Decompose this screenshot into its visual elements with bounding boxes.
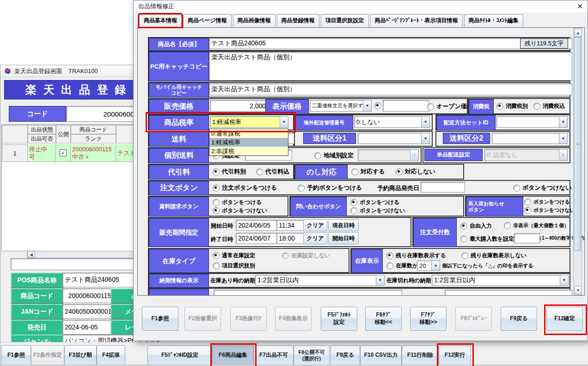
close-icon[interactable]: ✕ [577, 2, 583, 11]
dlg-f1-refer[interactable]: F1参照 [142, 307, 178, 331]
fkey-f4-extend[interactable]: F4拡張 [97, 345, 125, 366]
tab-register-info[interactable]: 商品登録情報 [277, 14, 319, 27]
ship-div2-select[interactable]: ▼ [492, 133, 568, 144]
inquiry-on-radio[interactable] [350, 199, 357, 206]
cell-code-rank[interactable]: 200006000115 中古＋ [71, 144, 116, 162]
dialog-titlebar[interactable]: 出品情報修正 ✕ [134, 0, 588, 12]
hide-stock-radio[interactable] [461, 252, 468, 259]
dlg-f6-tab-prev[interactable]: F6ﾀﾌﾞ 移動<< [365, 307, 402, 331]
fkey-f12-execute[interactable]: F12実行 [439, 345, 471, 366]
noshi-yes-radio[interactable] [351, 168, 358, 175]
current-datetime-button[interactable]: 現在日時 [328, 219, 359, 231]
by-option-radio[interactable] [213, 262, 220, 269]
tax-rate-select[interactable]: 1:軽減税率 ▼ [210, 116, 288, 128]
mobile-catch-input[interactable]: 楽天出品テスト商品（個別） [209, 83, 572, 95]
stock-threshold-radio[interactable] [386, 262, 393, 269]
noshi-no-radio[interactable] [396, 168, 403, 175]
display-price-select[interactable]: 二重価格文言を選択する ▼ [310, 100, 372, 112]
pc-catch-input[interactable]: 楽天出品テスト商品（個別） [209, 52, 572, 81]
tax-incl-radio[interactable] [533, 103, 540, 110]
fkey-f1-refer[interactable]: F1参照 [1, 345, 31, 366]
tab-page-info[interactable]: 商品ページ情報 [183, 14, 232, 27]
in-stock-lead-select[interactable]: 1:2営業日以内 ▼ [255, 275, 385, 285]
fkey-f8-private[interactable]: F8公開不可 (選択行) [294, 345, 330, 366]
request-off-radio[interactable] [213, 207, 220, 214]
product-name-input[interactable]: テスト商品240605 [209, 38, 572, 49]
order-attach-radio[interactable] [213, 185, 220, 192]
chevron-down-icon[interactable]: ▼ [363, 100, 371, 111]
no-button-radio[interactable] [513, 185, 520, 192]
vscroll-down-arrow-icon[interactable]: ▼ [574, 286, 582, 294]
request-on-radio[interactable] [213, 199, 220, 206]
show-stock-radio[interactable] [386, 252, 393, 259]
start-clear-button[interactable]: クリア [303, 219, 327, 231]
col-header-code[interactable]: 商品コード [71, 125, 116, 134]
cod-excl-radio[interactable] [213, 168, 220, 175]
panel-vscrollbar[interactable]: ▲ ≡ ▼ [573, 28, 582, 295]
fkey-f11-delete-row[interactable]: F11行削除 [402, 345, 439, 366]
chevron-down-icon[interactable]: ▼ [559, 117, 567, 127]
max-purchase-input[interactable] [514, 233, 540, 243]
public-checkbox[interactable]: ✓ [60, 149, 67, 156]
dropdown-option-normal-tax[interactable]: 0:通常課税 [209, 129, 288, 138]
dropdown-option-tax-free[interactable]: 2:非課税 [209, 147, 288, 155]
fkey-f10-csv[interactable]: F10 CSV出力 [360, 345, 402, 366]
to-start-datetime-button[interactable]: 開始日時 [328, 232, 359, 244]
col-header-status[interactable]: 出品状態 [28, 125, 56, 134]
ship-div1-select[interactable]: ▼ [358, 133, 430, 144]
display-price-custom-radio[interactable] [374, 102, 381, 109]
region-radio[interactable] [314, 152, 321, 159]
reserve-attach-radio[interactable] [298, 185, 305, 192]
tab-basic-info[interactable]: 商品基本情報 [139, 14, 182, 27]
chevron-down-icon[interactable]: ▼ [559, 133, 567, 143]
chevron-down-icon[interactable]: ▼ [431, 261, 440, 270]
dlg-f7-tab-next[interactable]: F7ﾀﾌﾞ 移動>> [410, 307, 447, 331]
fkey-f9-back[interactable]: F9戻る [331, 345, 360, 366]
col-header-public[interactable]: 公開 [56, 125, 71, 143]
dropdown-option-reduced-tax[interactable]: 1:軽減税率 [209, 138, 288, 147]
restock-off-radio[interactable] [524, 207, 531, 214]
tax-excl-radio[interactable] [496, 103, 503, 110]
free-input-radio[interactable] [460, 223, 467, 230]
end-date-input[interactable]: 2024/06/07 [236, 233, 279, 244]
cod-incl-radio[interactable] [256, 168, 263, 175]
cell-status[interactable]: 停止中 可 [28, 144, 56, 162]
chevron-down-icon[interactable]: ▼ [421, 117, 429, 127]
release-date-value[interactable]: 2024-06-05 [62, 320, 113, 335]
fkey-f7-unlistable[interactable]: F7出品不可 [254, 345, 294, 366]
dlg-f9-back[interactable]: F9戻る [501, 307, 537, 331]
chevron-down-icon[interactable]: ▼ [280, 117, 288, 127]
max-purchase-radio[interactable] [460, 236, 467, 242]
cell-public[interactable]: ✓ [56, 144, 71, 162]
fkey-f5-genre-id[interactable]: F5ｼﾞｬﾝﾙID設定 [147, 345, 212, 366]
chevron-down-icon[interactable]: ▼ [376, 275, 384, 285]
start-date-input[interactable]: 2024/06/05 [236, 220, 279, 231]
col-header-allow[interactable]: 出品可否 [28, 134, 56, 143]
display-price-text-input[interactable] [383, 100, 429, 112]
tab-title-comment[interactable]: 商品ﾀｲﾄﾙ・ｺﾒﾝﾄ編集 [464, 14, 523, 27]
start-time-input[interactable]: 11:34 [276, 220, 304, 231]
row-number[interactable]: 1 [2, 144, 28, 162]
overseas-select[interactable]: 0:しない ▼ [354, 116, 430, 128]
col-header-rank[interactable]: ランク [71, 134, 116, 143]
hscroll-left-arrow-icon[interactable]: ◀ [27, 251, 35, 258]
dlg-f5-default[interactable]: F5ﾃﾞﾌｫﾙﾄ 設定 [321, 307, 357, 331]
vscroll-up-arrow-icon[interactable]: ▲ [574, 29, 582, 37]
end-clear-button[interactable]: クリア [303, 232, 327, 244]
end-time-input[interactable]: 18:00 [276, 233, 304, 244]
delivery-set-select[interactable]: ▼ [496, 116, 568, 128]
normal-stock-radio[interactable] [213, 252, 220, 259]
restock-on-radio[interactable] [524, 199, 531, 205]
chevron-down-icon[interactable]: ▼ [560, 275, 568, 285]
tab-option-settings[interactable]: 項目選択肢設定 [321, 14, 369, 27]
fkey-f3-sort[interactable]: F3並び順 [64, 345, 97, 366]
vscroll-thumb[interactable]: ≡ [574, 37, 581, 251]
dlg-f12-confirm[interactable]: F12確定 [546, 307, 583, 331]
chevron-down-icon[interactable]: ▼ [421, 133, 429, 143]
tab-template-info[interactable]: 商品ﾍﾟｰｼﾞﾃﾝﾌﾟﾚｰﾄ・表示項目情報 [370, 14, 463, 27]
jan-value[interactable]: 2406050000001 [62, 304, 113, 319]
inquiry-off-radio[interactable] [350, 207, 357, 214]
hide-count-radio[interactable] [504, 222, 511, 229]
reserve-release-date-input[interactable] [421, 182, 465, 192]
tab-image-info[interactable]: 商品画像情報 [233, 14, 276, 27]
